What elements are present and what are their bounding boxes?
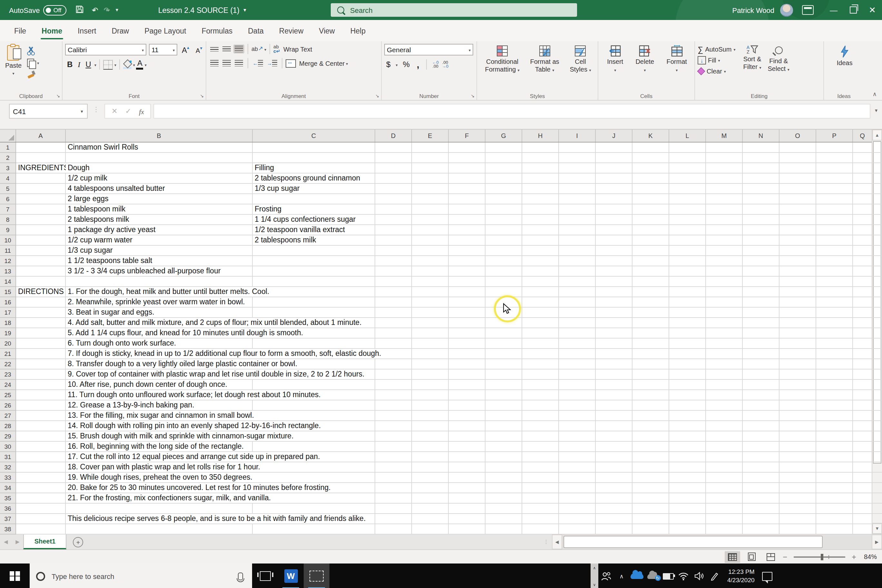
fill-color-button[interactable] — [123, 60, 132, 69]
row-header-34[interactable]: 34 — [0, 483, 16, 493]
row-header-13[interactable]: 13 — [0, 266, 16, 277]
bold-button[interactable]: B — [65, 60, 75, 69]
enter-icon[interactable]: ✓ — [125, 107, 131, 116]
battery-icon[interactable] — [660, 564, 676, 588]
column-header-C[interactable]: C — [253, 130, 375, 142]
cell-B7[interactable]: 1 tablespoon milk — [66, 204, 127, 214]
cell-C3[interactable]: Filling — [254, 163, 275, 173]
row-header-6[interactable]: 6 — [0, 194, 16, 204]
people-button[interactable] — [598, 564, 614, 588]
cell-C8[interactable]: 1 1/4 cups confectioners sugar — [254, 215, 357, 224]
row-header-24[interactable]: 24 — [0, 380, 16, 390]
wifi-icon[interactable] — [676, 564, 691, 588]
row-header-19[interactable]: 19 — [0, 328, 16, 339]
font-name-select[interactable]: Calibri▾ — [65, 44, 146, 56]
task-view-button[interactable] — [252, 564, 278, 588]
ribbon-display-options-icon[interactable] — [802, 5, 814, 15]
merge-center-dropdown-icon[interactable]: ▾ — [346, 61, 348, 66]
row-header-32[interactable]: 32 — [0, 462, 16, 472]
cell-B4[interactable]: 1/2 cup milk — [66, 173, 109, 183]
column-header-Q[interactable]: Q — [853, 130, 872, 142]
orientation-button[interactable]: ab — [252, 46, 263, 52]
sheet-nav-right-icon[interactable]: ▶ — [12, 534, 23, 549]
hidden-icons-button[interactable]: ∧ — [614, 564, 629, 588]
autosave-switch[interactable]: Off — [43, 5, 66, 15]
middle-align-button[interactable] — [221, 45, 232, 53]
row-header-30[interactable]: 30 — [0, 442, 16, 452]
font-color-button[interactable]: A — [136, 59, 144, 70]
align-right-button[interactable] — [233, 58, 244, 68]
column-header-D[interactable]: D — [375, 130, 412, 142]
cell-B27[interactable]: 13. For the filling, mix sugar and cinna… — [66, 411, 255, 420]
cell-A15[interactable]: DIRECTIONS — [17, 287, 65, 297]
restore-button[interactable] — [843, 0, 862, 20]
zoom-in-button[interactable]: + — [852, 552, 856, 561]
borders-dropdown-icon[interactable]: ▾ — [114, 62, 116, 67]
top-align-button[interactable] — [209, 45, 220, 52]
cell-B35[interactable]: 21. For the frosting, mix confectioners … — [66, 493, 272, 503]
column-header-K[interactable]: K — [633, 130, 669, 142]
decrease-decimal-button[interactable]: .00→0 — [442, 60, 448, 69]
clear-button[interactable]: Clear▾ — [698, 66, 735, 76]
percent-button[interactable]: % — [401, 60, 411, 69]
row-header-1[interactable]: 1 — [0, 142, 16, 153]
row-header-28[interactable]: 28 — [0, 421, 16, 431]
taskbar-clock[interactable]: 12:23 PM 4/23/2020 — [722, 564, 760, 588]
autosave-toggle[interactable]: AutoSave Off — [9, 5, 66, 15]
column-header-J[interactable]: J — [596, 130, 633, 142]
cell-B37[interactable]: This delicious recipe serves 6-8 people,… — [66, 514, 367, 524]
sheet-tab-sheet1[interactable]: Sheet1 — [24, 534, 67, 549]
fill-button[interactable]: ↓ Fill▾ — [698, 56, 735, 65]
zoom-slider-thumb[interactable] — [820, 554, 823, 560]
delete-cells-button[interactable]: Delete▾ — [633, 44, 657, 91]
row-header-18[interactable]: 18 — [0, 318, 16, 328]
name-box-dropdown-icon[interactable]: ▼ — [80, 109, 84, 113]
scroll-left-icon[interactable]: ◀ — [552, 534, 562, 549]
column-header-N[interactable]: N — [743, 130, 780, 142]
alignment-dialog-launcher-icon[interactable]: ↘ — [375, 93, 379, 99]
row-header-7[interactable]: 7 — [0, 204, 16, 215]
taskbar-active-app-button[interactable] — [304, 564, 330, 588]
cell-B23[interactable]: 9. Cover top of container with plastic w… — [66, 369, 366, 379]
undo-button[interactable]: ↶▾ — [92, 6, 96, 14]
cell-B8[interactable]: 2 tablespoons milk — [66, 215, 130, 224]
decrease-indent-button[interactable]: ← — [252, 58, 264, 68]
scroll-up-icon[interactable]: ▲ — [872, 130, 882, 141]
find-select-button[interactable]: Find &Select ▾ — [765, 44, 792, 91]
taskbar-word-button[interactable]: W — [278, 564, 304, 588]
tab-view[interactable]: View — [311, 20, 342, 41]
cell-C10[interactable]: 2 tablespoons milk — [254, 236, 318, 245]
row-header-29[interactable]: 29 — [0, 431, 16, 442]
font-size-select[interactable]: 11▾ — [149, 44, 177, 56]
action-center-button[interactable] — [760, 564, 775, 588]
cell-B28[interactable]: 14. Roll dough with rolling pin into an … — [66, 421, 322, 430]
cell-B21[interactable]: 7. If dough is sticky, knead in up to 1/… — [66, 349, 382, 358]
cell-B33[interactable]: 19. While dough rises, preheat the oven … — [66, 472, 254, 482]
currency-dropdown-icon[interactable]: ▾ — [396, 62, 398, 67]
number-format-select[interactable]: General▾ — [384, 44, 473, 56]
font-dialog-launcher-icon[interactable]: ↘ — [200, 93, 204, 99]
ideas-button[interactable]: Ideas — [826, 44, 862, 68]
expand-formula-bar-icon[interactable]: ▾ — [870, 104, 882, 114]
font-color-dropdown-icon[interactable]: ▾ — [145, 62, 147, 67]
cell-B20[interactable]: 6. Turn dough onto work surface. — [66, 339, 177, 348]
tab-page-layout[interactable]: Page Layout — [136, 20, 194, 41]
comma-style-button[interactable]: , — [415, 59, 422, 70]
title-search-box[interactable]: Search — [331, 3, 577, 17]
redo-button[interactable]: ↷▾ — [104, 6, 108, 14]
cut-button[interactable] — [27, 45, 39, 56]
row-header-10[interactable]: 10 — [0, 236, 16, 246]
volume-icon[interactable] — [691, 564, 706, 588]
zoom-level[interactable]: 84% — [860, 553, 877, 560]
cell-B1[interactable]: Cinnamon Swirl Rolls — [66, 142, 140, 152]
tab-insert[interactable]: Insert — [70, 20, 104, 41]
tab-help[interactable]: Help — [343, 20, 373, 41]
cell-B6[interactable]: 2 large eggs — [66, 194, 110, 204]
cell-B24[interactable]: 10. After rise, punch down center of dou… — [66, 380, 228, 389]
cell-B15[interactable]: 1. For the dough, heat milk and butter u… — [66, 287, 270, 297]
new-sheet-button[interactable]: + — [73, 537, 83, 548]
cell-styles-button[interactable]: CellStyles ▾ — [567, 44, 594, 91]
zoom-out-button[interactable]: − — [783, 552, 787, 561]
insert-function-icon[interactable]: fx — [139, 107, 144, 115]
sort-filter-button[interactable]: AZ Sort &Filter ▾ — [741, 44, 764, 91]
